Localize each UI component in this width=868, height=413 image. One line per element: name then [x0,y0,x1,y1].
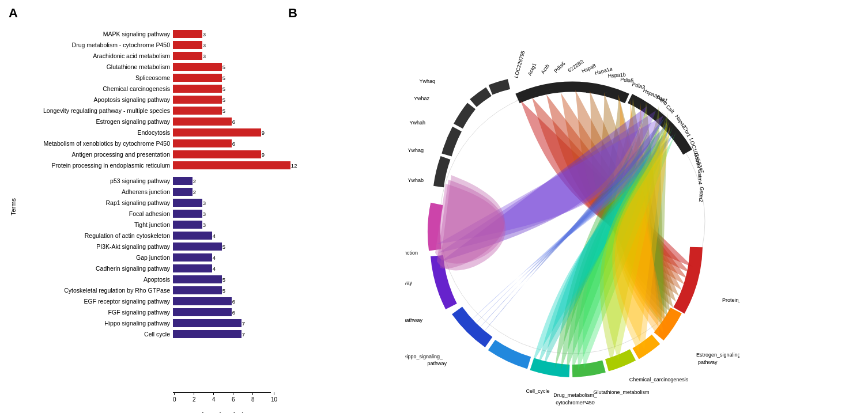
x-tick: 8 [251,392,255,403]
bar-value: 9 [262,151,265,157]
x-tick-label: 4 [212,396,216,403]
pathway-label-estrogen: Estrogen_signaling_ [696,352,739,358]
pathway-label-drug: Drug_metabolism_ [553,392,598,398]
bar-fill [173,308,232,316]
bar-label: Metabolism of xenobiotics by cytochrome … [6,140,173,147]
bar-row: Endocytosis9 [6,127,271,137]
gene-label-ywhaz: Ywhaz [414,96,430,101]
bar-fill [173,52,202,60]
bar-label: Adherens junction [6,188,173,195]
bar-row: Spliceosome5 [6,73,271,82]
bar-value: 6 [232,140,235,146]
x-axis: 0246810 [173,392,271,410]
bar-row: Antigen processing and presentation9 [6,149,271,159]
bar-value: 5 [222,63,225,70]
bar-fill [173,243,222,251]
pathway-label-fgf: FGF_signaling_pathway [405,317,422,323]
bar-label: Endocytosis [6,129,173,136]
x-tick: 4 [212,392,216,403]
gene-label-ywhah: Ywhah [409,120,425,126]
bar-value: 5 [222,243,225,249]
panel-b: B [277,0,868,413]
bar-row: Apoptosis5 [6,274,271,284]
bar-row: Cadherin signaling pathway4 [6,263,271,273]
bar-label: Estrogen signaling pathway [6,118,173,125]
bar-fill [173,297,232,305]
bar-value: 4 [213,232,216,238]
bar-row: Metabolism of xenobiotics by cytochrome … [6,138,271,148]
gene-label-cbr1: Cbr1 [682,125,692,138]
bar-row: Gap junction4 [6,252,271,262]
bar-track: 2 [173,188,271,196]
bar-label: Gap junction [6,254,173,261]
bar-fill [173,30,202,38]
gene-label-gstm4: Gstm4 [697,169,703,184]
bar-track: 6 [173,297,271,305]
bar-track: 7 [173,330,271,338]
y-axis-title: Terms [10,198,17,215]
bar-fill [173,199,202,207]
gene-label-loc228795: LOC228795 [513,50,526,78]
pathway-label-drug2: cytochromeP450 [556,400,595,406]
bar-label: p53 signaling pathway [6,177,173,184]
pathway-label-protein: Protein_processing [722,297,739,303]
x-tick-line [174,392,175,395]
bar-label: Rap1 signaling pathway [6,199,173,206]
bar-track: 5 [173,96,271,104]
bar-label: Regulation of actin cytoskeleton [6,232,173,239]
bar-row: Tight junction3 [6,219,271,229]
bar-label: Hippo signaling pathway [6,320,173,327]
bar-value: 6 [232,298,235,304]
bar-row: Longevity regulating pathway - multiple … [6,105,271,115]
bar-track: 5 [173,74,271,82]
bar-value: 2 [193,177,196,184]
pathway-label-chem: Chemical_carcinogenesis [629,377,689,382]
bar-row: Focal adhesion3 [6,209,271,218]
pathway-label-estrogen2: pathway [698,359,718,365]
bar-label: PI3K-Akt signaling pathway [6,243,173,250]
bar-row: Drug metabolism - cytochrome P4503 [6,40,271,50]
chart-area: MAPK signaling pathway3Drug metabolism -… [6,29,271,390]
x-tick: 2 [193,392,196,403]
bar-track: 5 [173,107,271,115]
gene-label-ywhaq: Ywhaq [419,78,435,84]
bar-track: 2 [173,177,271,185]
bar-fill [173,319,241,327]
bar-value: 7 [242,331,245,337]
x-tick-label: 6 [232,396,235,403]
bar-track: 6 [173,118,271,126]
bar-value: 6 [232,118,235,124]
bar-value: 4 [213,265,216,271]
bar-fill [173,41,202,49]
bar-fill [173,63,222,71]
pathway-label-adherens: Adherens_junction [405,250,418,256]
bar-fill [173,253,212,262]
bar-fill [173,210,202,218]
bar-label: Apoptosis signaling pathway [6,96,173,103]
bar-row: MAPK signaling pathway3 [6,29,271,39]
bar-fill [173,330,241,338]
bar-track: 5 [173,243,271,251]
bar-row: Arachidonic acid metabolism3 [6,51,271,60]
pathway-label-cellcycle: Cell_cycle [526,388,549,394]
bar-track: 9 [173,150,271,158]
bar-value: 5 [222,85,225,92]
chord-diagram: LOC228795 Actg1 Actb Pdla6 6222B2 Hspa8 … [405,48,739,382]
gene-label-gstm3: Gstm3 [693,152,701,168]
bar-fill [173,139,232,147]
bar-label: Arachidonic acid metabolism [6,52,173,59]
bar-track: 5 [173,85,271,93]
bar-value: 6 [232,309,235,315]
bar-label: MAPK signaling pathway [6,31,173,37]
gene-label-gstm2: Gstm2 [698,186,705,202]
bar-track: 3 [173,30,271,38]
bar-fill [173,85,222,93]
bar-fill [173,161,290,169]
bar-track: 4 [173,264,271,272]
bar-fill [173,177,193,185]
bar-value: 3 [203,31,206,37]
bar-track: 6 [173,139,271,147]
bar-value: 5 [222,74,225,81]
bar-track: 5 [173,275,271,283]
x-tick-line [252,392,253,395]
